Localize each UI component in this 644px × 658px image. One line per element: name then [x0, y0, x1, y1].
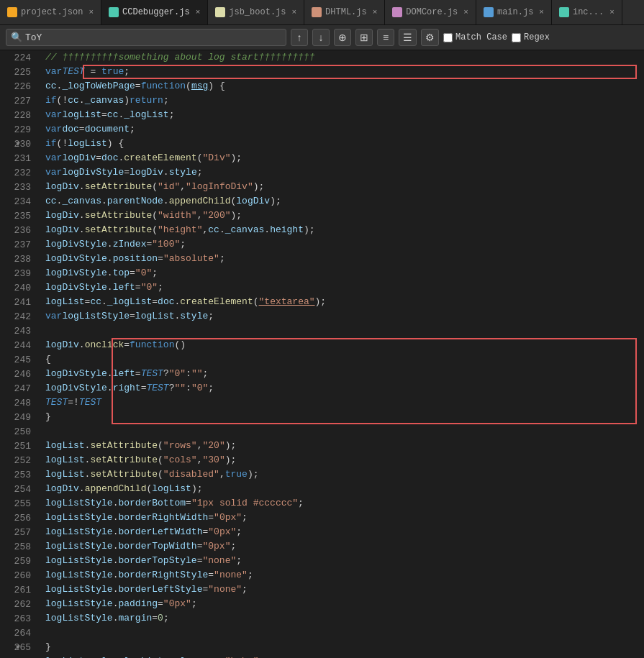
code-line: logList.setAttribute("rows", "20");	[45, 439, 644, 453]
code-line: // ††††††††††something about log start††…	[45, 50, 644, 65]
tab-icon-js	[559, 7, 569, 17]
line-number: 258	[0, 539, 40, 554]
tab-label: project.json	[21, 7, 83, 17]
line-number: 224	[0, 50, 40, 65]
line-number: 227	[0, 93, 40, 108]
code-line: }	[45, 410, 644, 424]
close-icon[interactable]: ×	[373, 8, 378, 17]
code-line: logDivStyle.top = "0";	[45, 266, 644, 280]
code-line: logDiv.onclick = function()	[45, 338, 644, 352]
format-btn2[interactable]: ≡	[377, 29, 394, 46]
code-line: logDiv.setAttribute("width", "200");	[45, 209, 644, 223]
line-number: 266	[0, 654, 40, 658]
line-number: 250	[0, 424, 40, 439]
line-number: 261	[0, 582, 40, 597]
line-number: 232	[0, 165, 40, 180]
close-icon[interactable]: ×	[291, 8, 296, 17]
line-number: 253	[0, 467, 40, 482]
line-number: 237	[0, 237, 40, 252]
line-number: 235	[0, 209, 40, 223]
search-input[interactable]	[25, 32, 281, 43]
line-number: 257	[0, 525, 40, 539]
code-line: logDivStyle.left = TEST? "0" : "";	[45, 367, 644, 381]
code-line: var logDivStyle = logDiv.style;	[45, 165, 644, 180]
code-line: logList = cc._logList = doc.createElemen…	[45, 295, 644, 309]
line-number: 264	[0, 626, 40, 640]
line-number: 256	[0, 511, 40, 525]
line-number: 229	[0, 122, 40, 137]
tab-main-js[interactable]: main.js ×	[476, 0, 552, 25]
code-line	[45, 626, 644, 640]
code-line: logList.setAttribute("disabled", true);	[45, 467, 644, 482]
line-number: 234	[0, 194, 40, 209]
line-number: 263	[0, 611, 40, 626]
line-number: 226	[0, 79, 40, 93]
close-icon[interactable]: ×	[609, 8, 614, 17]
search-box[interactable]: 🔍	[6, 29, 286, 46]
tab-domcore[interactable]: DOMCore.js ×	[385, 0, 476, 25]
code-line: if (!cc._canvas)return;	[45, 93, 644, 108]
code-content[interactable]: // ††††††††††something about log start††…	[40, 50, 644, 658]
code-line: cc._canvas.parentNode.appendChild(logDiv…	[45, 194, 644, 209]
code-line: logDivStyle.left = "0";	[45, 280, 644, 295]
code-line: {	[45, 352, 644, 367]
tab-label: jsb_boot.js	[229, 7, 286, 17]
tab-ccdebugger-js[interactable]: CCDebugger.js ×	[101, 0, 208, 25]
tab-label: main.js	[497, 7, 533, 17]
code-line	[45, 324, 644, 338]
close-icon[interactable]: ×	[196, 8, 201, 17]
line-number: 233	[0, 180, 40, 194]
navigate-up-button[interactable]: ↑	[291, 29, 308, 46]
code-line: logDivStyle.zIndex = "100";	[45, 237, 644, 252]
line-number: 255	[0, 496, 40, 511]
tab-icon-js	[215, 7, 225, 17]
code-line: logListStyle.borderTopWidth = "0px";	[45, 539, 644, 554]
tab-project-json[interactable]: project.json ×	[0, 0, 101, 25]
tab-icon-js	[312, 7, 322, 17]
line-number: 252	[0, 453, 40, 467]
code-line: logListStyle.borderLeftStyle = "none";	[45, 582, 644, 597]
tab-dhtml[interactable]: DHTML.js ×	[304, 0, 385, 25]
format-btn3[interactable]: ☰	[399, 29, 417, 46]
toolbar: 🔍 ↑ ↓ ⊕ ⊞ ≡ ☰ ⚙ Match Case Regex	[0, 25, 644, 50]
code-line: var logListStyle = logList.style;	[45, 309, 644, 324]
close-icon[interactable]: ×	[463, 8, 468, 17]
line-number: 245	[0, 352, 40, 367]
code-line	[45, 424, 644, 439]
code-line: logListStyle.borderRightWidth = "0px";	[45, 511, 644, 525]
line-number: 239	[0, 266, 40, 280]
navigate-down-button[interactable]: ↓	[312, 29, 330, 46]
tab-icon-js	[392, 7, 402, 17]
close-icon[interactable]: ×	[539, 8, 544, 17]
regex-checkbox-label[interactable]: Regex	[512, 32, 550, 42]
regex-checkbox[interactable]	[512, 33, 521, 42]
code-line: logListStyle.padding = "0px";	[45, 597, 644, 611]
match-case-checkbox-label[interactable]: Match Case	[443, 32, 507, 42]
code-line: logDiv.setAttribute("id", "logInfoDiv");	[45, 180, 644, 194]
line-number: 228	[0, 108, 40, 122]
code-line: logDivStyle.right = TEST? "" : "0";	[45, 381, 644, 396]
match-case-checkbox[interactable]	[443, 33, 453, 42]
match-case-label: Match Case	[455, 32, 507, 42]
settings-button[interactable]: ⚙	[421, 29, 439, 46]
close-icon[interactable]: ×	[89, 8, 94, 17]
tab-inc[interactable]: inc... ×	[552, 0, 622, 25]
code-line: var logList = cc._logList;	[45, 108, 644, 122]
tab-label: CCDebugger.js	[122, 7, 190, 17]
line-number: 247	[0, 381, 40, 396]
tab-jsb-boot[interactable]: jsb_boot.js ×	[208, 0, 304, 25]
tab-label: inc...	[573, 7, 604, 17]
line-number: 240	[0, 280, 40, 295]
line-number: 251	[0, 439, 40, 453]
line-number: 259	[0, 554, 40, 568]
line-number: 260	[0, 568, 40, 582]
code-line: logDiv.appendChild(logList);	[45, 482, 644, 496]
line-numbers: 224225226227228229230▼231232233234235236…	[0, 50, 40, 658]
line-number: 254	[0, 482, 40, 496]
code-line: if (!logList) {	[45, 137, 644, 151]
find-button[interactable]: ⊕	[334, 29, 351, 46]
code-line: logListStyle.margin = 0;	[45, 611, 644, 626]
format-btn1[interactable]: ⊞	[355, 29, 373, 46]
code-line: logList.value = logList.value + msg + "\…	[45, 654, 644, 658]
code-area: 224225226227228229230▼231232233234235236…	[0, 50, 644, 658]
